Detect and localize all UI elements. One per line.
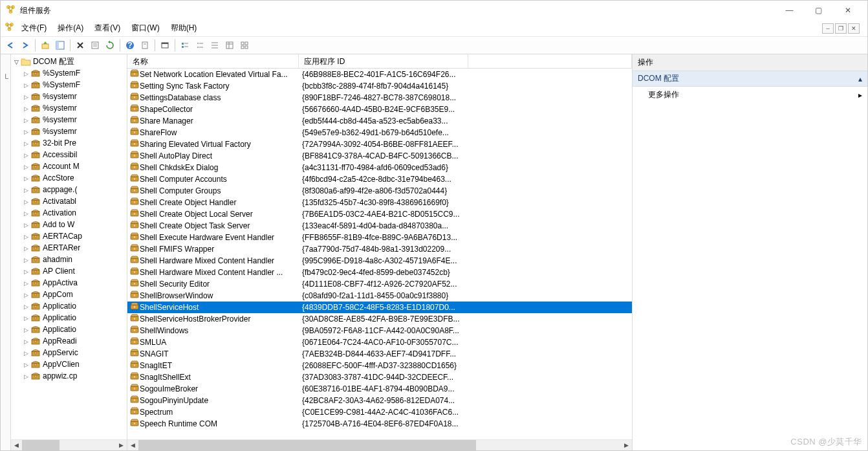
delete-button[interactable] bbox=[73, 38, 87, 52]
chevron-right-icon[interactable] bbox=[21, 233, 30, 240]
tree-item[interactable]: AccStore bbox=[11, 172, 127, 184]
mdi-minimize[interactable]: – bbox=[822, 23, 834, 34]
window-button[interactable] bbox=[158, 38, 172, 52]
menu-help[interactable]: 帮助(H) bbox=[166, 21, 202, 36]
close-button[interactable]: ✕ bbox=[833, 1, 862, 19]
col-name[interactable]: 名称 bbox=[127, 54, 299, 68]
chevron-right-icon[interactable] bbox=[21, 373, 30, 380]
tree-item[interactable]: Applicatio bbox=[11, 324, 127, 335]
chevron-right-icon[interactable] bbox=[21, 128, 30, 135]
chevron-right-icon[interactable] bbox=[21, 210, 30, 217]
chevron-right-icon[interactable] bbox=[21, 245, 30, 252]
tree-root[interactable]: DCOM 配置 bbox=[11, 56, 127, 67]
actions-section[interactable]: DCOM 配置 ▴ bbox=[633, 71, 867, 87]
chevron-right-icon[interactable] bbox=[21, 280, 30, 287]
view-1-button[interactable] bbox=[178, 38, 192, 52]
up-button[interactable] bbox=[38, 38, 52, 52]
tree-item[interactable]: Add to W bbox=[11, 219, 127, 230]
tree-item[interactable]: Accessibil bbox=[11, 149, 127, 160]
tree-item[interactable]: appwiz.cp bbox=[11, 370, 127, 382]
chevron-right-icon[interactable] bbox=[21, 105, 30, 112]
list-row[interactable]: Setting Sync Task Factory{bcbb3f8c-2889-… bbox=[127, 80, 632, 92]
chevron-right-icon[interactable] bbox=[21, 151, 30, 159]
chevron-down-icon[interactable] bbox=[12, 58, 21, 65]
mdi-restore[interactable]: ❐ bbox=[835, 23, 847, 34]
list-row[interactable]: Set Network Location Elevated Virtual Fa… bbox=[127, 69, 632, 80]
tree-item[interactable]: AppServic bbox=[11, 347, 127, 358]
list-row[interactable]: Shell AutoPlay Direct{BF8841C9-378A-4CAD… bbox=[127, 150, 632, 162]
list-row[interactable]: Share Manager{edb5f444-cb8d-445a-a523-ec… bbox=[127, 115, 632, 127]
chevron-right-icon[interactable] bbox=[21, 70, 30, 77]
maximize-button[interactable]: ▢ bbox=[804, 1, 833, 19]
list-row[interactable]: SettingsDatabase class{890F18BF-7246-482… bbox=[127, 92, 632, 104]
tree-item[interactable]: 32-bit Pre bbox=[11, 137, 127, 149]
tree-item[interactable]: Account M bbox=[11, 160, 127, 172]
tree-item[interactable]: %systemr bbox=[11, 91, 127, 102]
tree-item[interactable]: %systemr bbox=[11, 126, 127, 137]
help-button[interactable]: ? bbox=[123, 38, 137, 52]
tree-item[interactable]: AppReadi bbox=[11, 335, 127, 347]
chevron-right-icon[interactable] bbox=[21, 361, 30, 368]
list-row[interactable]: Sharing Elevated Virtual Factory{72A7994… bbox=[127, 138, 632, 150]
list-row[interactable]: ShellBrowserWindow{c08afd90-f2a1-11d1-84… bbox=[127, 290, 632, 302]
chevron-right-icon[interactable] bbox=[21, 186, 30, 193]
minimize-button[interactable]: — bbox=[775, 1, 804, 19]
tree-item[interactable]: %systemr bbox=[11, 114, 127, 126]
export-button[interactable] bbox=[138, 38, 152, 52]
view-3-button[interactable] bbox=[208, 38, 222, 52]
list-row[interactable]: SogouPinyinUpdate{42BC8AF2-30A3-4A62-958… bbox=[127, 395, 632, 406]
list-hscrollbar[interactable]: ◀ ▶ bbox=[127, 439, 632, 450]
list-row[interactable]: Shell Hardware Mixed Content Handler{995… bbox=[127, 255, 632, 267]
list-row[interactable]: Shell Hardware Mixed Content Handler ...… bbox=[127, 267, 632, 278]
chevron-right-icon[interactable] bbox=[21, 256, 30, 263]
tree-item[interactable]: AppCom bbox=[11, 289, 127, 300]
properties-button[interactable] bbox=[88, 38, 102, 52]
list-row[interactable]: Shell Create Object Task Server{133eac4f… bbox=[127, 220, 632, 232]
chevron-right-icon[interactable] bbox=[21, 349, 30, 357]
list-row[interactable]: ShareFlow{549e57e9-b362-49d1-b679-b64d51… bbox=[127, 127, 632, 138]
tree-item[interactable]: AppActiva bbox=[11, 277, 127, 289]
tree-item[interactable]: AP Client bbox=[11, 265, 127, 277]
list-row[interactable]: Shell Computer Groups{8f3080a6-af99-4f2e… bbox=[127, 185, 632, 197]
chevron-right-icon[interactable] bbox=[21, 326, 30, 333]
actions-more[interactable]: 更多操作 ▸ bbox=[633, 87, 867, 103]
mdi-close[interactable]: ✕ bbox=[848, 23, 860, 34]
list-row[interactable]: SNAGIT{7AEB324B-D844-4633-AEF7-4D9417DFF… bbox=[127, 348, 632, 360]
col-appid[interactable]: 应用程序 ID bbox=[299, 54, 468, 68]
tree-item[interactable]: %SystemF bbox=[11, 79, 127, 91]
chevron-right-icon[interactable] bbox=[21, 338, 30, 345]
tree-item[interactable]: ahadmin bbox=[11, 254, 127, 265]
chevron-right-icon[interactable] bbox=[21, 198, 30, 205]
list-row[interactable]: Spectrum{C0E1CE99-C981-44A2-AC4C-41036FA… bbox=[127, 406, 632, 418]
back-button[interactable] bbox=[3, 38, 17, 52]
chevron-right-icon[interactable] bbox=[21, 82, 30, 89]
list-row[interactable]: Speech Runtime COM{1725704B-A716-4E04-8E… bbox=[127, 418, 632, 430]
list-body[interactable]: Set Network Location Elevated Virtual Fa… bbox=[127, 69, 632, 439]
tree-item[interactable]: %SystemF bbox=[11, 67, 127, 79]
list-row[interactable]: Shell Create Object Handler{135fd325-45b… bbox=[127, 197, 632, 208]
tree-item[interactable]: Applicatio bbox=[11, 300, 127, 312]
tree-item[interactable]: Applicatio bbox=[11, 312, 127, 324]
list-row[interactable]: Shell Create Object Local Server{7B6EA1D… bbox=[127, 208, 632, 220]
tree-item[interactable]: AppVClien bbox=[11, 358, 127, 370]
chevron-right-icon[interactable] bbox=[21, 221, 30, 228]
refresh-button[interactable] bbox=[103, 38, 117, 52]
view-details-button[interactable] bbox=[222, 38, 237, 52]
list-row[interactable]: ShapeCollector{56676660-4A4D-45B0-B24E-9… bbox=[127, 104, 632, 115]
chevron-right-icon[interactable] bbox=[21, 314, 30, 322]
tree-item[interactable]: AERTACap bbox=[11, 230, 127, 242]
menu-view[interactable]: 查看(V) bbox=[90, 21, 125, 36]
list-row[interactable]: ShellWindows{9BA05972-F6A8-11CF-A442-00A… bbox=[127, 325, 632, 336]
tree-hscrollbar[interactable]: ◀ ▶ bbox=[11, 439, 127, 450]
list-row[interactable]: SnagItET{26088EFC-500F-4fff-AD37-323880C… bbox=[127, 360, 632, 371]
tree-item[interactable]: %systemr bbox=[11, 102, 127, 114]
chevron-right-icon[interactable] bbox=[21, 93, 30, 100]
tree-item[interactable]: AERTARer bbox=[11, 242, 127, 254]
chevron-right-icon[interactable] bbox=[21, 291, 30, 298]
list-row[interactable]: Shell FMIFS Wrapper{7aa7790d-75d7-484b-9… bbox=[127, 243, 632, 255]
chevron-right-icon[interactable] bbox=[21, 116, 30, 124]
list-row[interactable]: Shell Execute Hardware Event Handler{FFB… bbox=[127, 232, 632, 243]
view-2-button[interactable] bbox=[193, 38, 207, 52]
menu-file[interactable]: 文件(F) bbox=[17, 21, 51, 36]
list-row[interactable]: SnagItShellExt{37AD3083-3787-41DC-944D-3… bbox=[127, 371, 632, 383]
